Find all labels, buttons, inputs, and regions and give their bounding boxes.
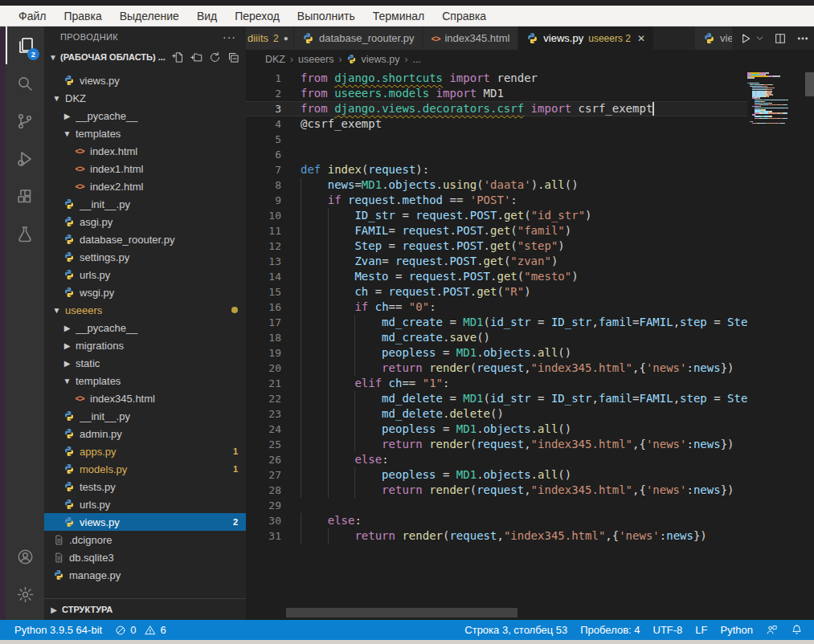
status-feedback[interactable]	[766, 624, 778, 636]
menu-правка[interactable]: Правка	[55, 10, 110, 22]
tree-folder-migrations[interactable]: ▶migrations	[44, 336, 246, 354]
code-line-1[interactable]: 1from django.shortcuts import render	[246, 71, 747, 86]
status-language-mode[interactable]: Python	[721, 624, 753, 636]
code-line-2[interactable]: 2from useeers.models import MD1	[246, 86, 747, 101]
tree-folder-static[interactable]: ▶static	[44, 354, 246, 372]
menu-файл[interactable]: Файл	[10, 10, 55, 22]
sidebar-more-actions-icon[interactable]: ···	[223, 31, 236, 43]
minimap[interactable]	[747, 71, 804, 128]
code-line-27[interactable]: 27peopless = MD1.objects.all()	[246, 467, 747, 483]
tab-index345-html[interactable]: <>index345.html	[423, 26, 519, 50]
tree-file-index2-html[interactable]: <>index2.html	[44, 177, 246, 195]
tree-file-views-py[interactable]: views.py	[44, 71, 246, 89]
code-line-6[interactable]: 6	[246, 147, 747, 162]
code-line-3[interactable]: 3from django.views.decorators.csrf impor…	[246, 101, 747, 116]
code-line-16[interactable]: 16if ch== "0":	[246, 300, 747, 315]
code-line-17[interactable]: 17md_create = MD1(id_str = ID_str,famil=…	[246, 315, 747, 330]
new-folder-button[interactable]	[190, 51, 202, 63]
tree-folder-useeers[interactable]: ▼useeers	[44, 301, 246, 319]
tree-file-admin-py[interactable]: admin.py	[44, 425, 246, 442]
code-line-23[interactable]: 23md_delete.delete()	[246, 406, 747, 422]
activity-explorer[interactable]: 2	[6, 26, 44, 64]
code-line-28[interactable]: 28return render(request,"index345.html",…	[246, 483, 747, 498]
tree-file-index-html[interactable]: <>index.html	[44, 142, 246, 160]
tree-folder-templates[interactable]: ▼templates	[44, 372, 246, 389]
code-line-25[interactable]: 25return render(request,"index345.html",…	[246, 437, 747, 452]
code-line-21[interactable]: 21elif ch== "1":	[246, 376, 747, 391]
code-line-10[interactable]: 10ID_str = request.POST.get("id_str")	[246, 208, 747, 223]
run-button[interactable]	[739, 32, 752, 45]
menu-справка[interactable]: Справка	[433, 10, 495, 22]
tree-file-apps-py[interactable]: apps.py1	[44, 442, 246, 460]
new-file-button[interactable]	[172, 51, 184, 63]
tab-vie[interactable]: vie	[695, 26, 733, 50]
tree-file-index1-html[interactable]: <>index1.html	[44, 160, 246, 177]
code-line-5[interactable]: 5	[246, 132, 747, 147]
code-line-12[interactable]: 12Step = request.POST.get("step")	[246, 238, 747, 254]
tree-file-urls-py[interactable]: urls.py	[44, 495, 246, 513]
tree-file-settings-py[interactable]: settings.py	[44, 248, 246, 266]
tree-folder-dkz[interactable]: ▼DKZ	[44, 89, 246, 107]
tree-file-manage-py[interactable]: manage.py	[44, 566, 246, 584]
tab-database-roouter-py[interactable]: database_roouter.py	[294, 26, 423, 50]
code-line-18[interactable]: 18md_create.save()	[246, 330, 747, 345]
activity-settings[interactable]	[6, 576, 44, 613]
menu-выполнить[interactable]: Выполнить	[288, 10, 364, 22]
status-eol[interactable]: LF	[695, 624, 707, 636]
tree-file-urls-py[interactable]: urls.py	[44, 266, 246, 283]
status-problems[interactable]: 06	[115, 624, 166, 636]
activity-source-control[interactable]	[6, 102, 44, 140]
menu-вид[interactable]: Вид	[188, 10, 226, 22]
tree-file-wsgi-py[interactable]: wsgi.py	[44, 283, 246, 301]
workspace-section-header[interactable]: ▼ (РАБОЧАЯ ОБЛАСТЬ) ...	[44, 47, 246, 67]
tree-folder-templates[interactable]: ▼templates	[44, 124, 246, 142]
code-line-31[interactable]: 31return render(request,"index345.html",…	[246, 528, 747, 544]
tree-file--init-py[interactable]: __init__.py	[44, 195, 246, 213]
menu-переход[interactable]: Переход	[226, 10, 288, 22]
tree-file-asgi-py[interactable]: asgi.py	[44, 213, 246, 230]
activity-extensions[interactable]	[6, 177, 44, 215]
code-line-20[interactable]: 20return render(request,"index345.html",…	[246, 361, 747, 376]
menu-терминал[interactable]: Терминал	[364, 10, 433, 22]
activity-testing[interactable]	[6, 215, 44, 253]
code-line-29[interactable]: 29	[246, 498, 747, 513]
code-line-19[interactable]: 19peopless = MD1.objects.all()	[246, 345, 747, 361]
menu-выделение[interactable]: Выделение	[111, 10, 188, 22]
tree-file--dcignore[interactable]: .dcignore	[44, 531, 246, 548]
code-editor[interactable]: 1from django.shortcuts import render2fro…	[246, 71, 747, 544]
activity-search[interactable]	[6, 64, 44, 102]
tree-folder--pycache-[interactable]: ▶__pycache__	[44, 319, 246, 336]
collapse-folders-button[interactable]	[227, 51, 239, 63]
breadcrumb-item[interactable]: ...	[412, 54, 420, 65]
tree-file-models-py[interactable]: models.py1	[44, 460, 246, 478]
code-line-8[interactable]: 8news=MD1.objects.using('daata').all()	[246, 177, 747, 193]
refresh-explorer-button[interactable]	[209, 51, 221, 63]
tree-file-tests-py[interactable]: tests.py	[44, 478, 246, 495]
code-line-24[interactable]: 24peopless = MD1.objects.all()	[246, 422, 747, 437]
tree-file-db-sqlite3[interactable]: db.sqlite3	[44, 548, 246, 566]
code-line-14[interactable]: 14Mesto = request.POST.get("mesto")	[246, 269, 747, 284]
tab-diiits[interactable]: diiits2●	[246, 26, 294, 50]
tree-file-views-py[interactable]: views.py2	[44, 513, 246, 531]
code-line-15[interactable]: 15ch = request.POST.get("R")	[246, 284, 747, 300]
tree-folder--pycache-[interactable]: ▶__pycache__	[44, 107, 246, 124]
activity-run-debug[interactable]	[6, 140, 44, 177]
code-line-11[interactable]: 11FAMIL= request.POST.get("famil")	[246, 223, 747, 238]
code-line-30[interactable]: 30else:	[246, 513, 747, 528]
breadcrumb-item[interactable]: views.py	[346, 54, 399, 65]
code-line-7[interactable]: 7def index(request):	[246, 162, 747, 177]
status-encoding[interactable]: UTF-8	[653, 624, 683, 636]
code-line-26[interactable]: 26else:	[246, 452, 747, 467]
breadcrumb-item[interactable]: DKZ	[265, 54, 285, 65]
breadcrumb-item[interactable]: useeers	[298, 54, 333, 65]
status-python-interpreter[interactable]: Python 3.9.5 64-bit	[14, 624, 102, 636]
tab-views-py[interactable]: views.pyuseeers 2✕	[518, 26, 654, 50]
horizontal-scrollbar[interactable]	[286, 608, 517, 618]
code-line-9[interactable]: 9if request.method == 'POST':	[246, 193, 747, 208]
split-editor-button[interactable]	[774, 32, 787, 45]
code-line-22[interactable]: 22md_delete = MD1(id_str = ID_str,famil=…	[246, 391, 747, 406]
tree-file-index345-html[interactable]: <>index345.html	[44, 389, 246, 407]
code-line-13[interactable]: 13Zvan= request.POST.get("zvan")	[246, 254, 747, 269]
more-actions-button[interactable]	[796, 32, 809, 45]
tree-file-database-roouter-py[interactable]: database_roouter.py	[44, 230, 246, 248]
